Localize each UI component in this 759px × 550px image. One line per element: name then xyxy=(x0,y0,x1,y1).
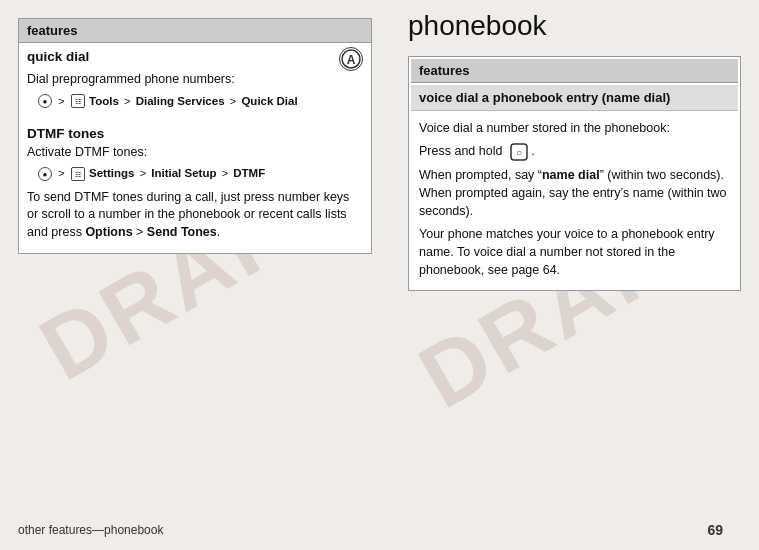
nav-tools-icon: ☷ xyxy=(71,94,85,108)
nav-dtmf-label: DTMF xyxy=(233,167,265,179)
nav-dot2-icon: ● xyxy=(38,167,52,181)
press-and-hold-line: Press and hold ○ . xyxy=(419,142,730,161)
svg-text:○: ○ xyxy=(516,147,522,158)
dtmf-title: DTMF tones xyxy=(27,126,363,141)
nav-dialing-label: Dialing Services xyxy=(136,95,225,107)
nav-dot-icon: ● xyxy=(38,94,52,108)
press-and-hold-text: Press and hold xyxy=(419,144,502,158)
quick-dial-icon: A xyxy=(339,47,363,71)
name-dial-bold: name dial xyxy=(542,168,600,182)
matches-text: Your phone matches your voice to a phone… xyxy=(419,225,730,279)
options-label: Options xyxy=(85,225,132,239)
voice-dial-intro: Voice dial a number stored in the phoneb… xyxy=(419,119,730,137)
page-layout: features quick dial A xyxy=(0,0,759,550)
nav-settings-icon: ☷ xyxy=(71,167,85,181)
nav-quickdial-label: Quick Dial xyxy=(241,95,297,107)
right-feature-table: features voice dial a phonebook entry (n… xyxy=(408,56,741,291)
right-table-header: features xyxy=(411,59,738,83)
dtmf-nav: ● > ☷ Settings > Initial Setup > DTMF xyxy=(37,165,363,182)
svg-text:A: A xyxy=(347,53,356,67)
left-table-header: features xyxy=(19,19,372,43)
quick-dial-nav: ● > ☷ Tools > Dialing Services > Quick D… xyxy=(37,93,363,110)
page-title: phonebook xyxy=(408,10,741,42)
quick-dial-title: quick dial xyxy=(27,49,89,64)
nav-tools-label: Tools xyxy=(89,95,119,107)
nav-settings-label: Settings xyxy=(89,167,134,179)
right-column: phonebook features voice dial a phoneboo… xyxy=(390,0,759,550)
right-section-title: voice dial a phonebook entry (name dial) xyxy=(411,85,738,111)
prompted-text: When prompted, say “name dial” (within t… xyxy=(419,166,730,220)
hold-icon: ○ xyxy=(510,144,531,158)
quick-dial-body: Dial preprogrammed phone numbers: xyxy=(27,71,363,89)
left-column: features quick dial A xyxy=(0,0,390,550)
quick-dial-section: quick dial A Dial preprogrammed phone nu… xyxy=(19,43,372,120)
dtmf-section: DTMF tones Activate DTMF tones: ● > ☷ Se… xyxy=(19,120,372,254)
dtmf-body: Activate DTMF tones: xyxy=(27,144,363,162)
left-feature-table: features quick dial A xyxy=(18,18,372,254)
dtmf-extra-body: To send DTMF tones during a call, just p… xyxy=(27,189,363,242)
nav-initial-label: Initial Setup xyxy=(151,167,216,179)
right-table-body: Voice dial a number stored in the phoneb… xyxy=(411,113,738,288)
send-tones-label: Send Tones xyxy=(147,225,217,239)
